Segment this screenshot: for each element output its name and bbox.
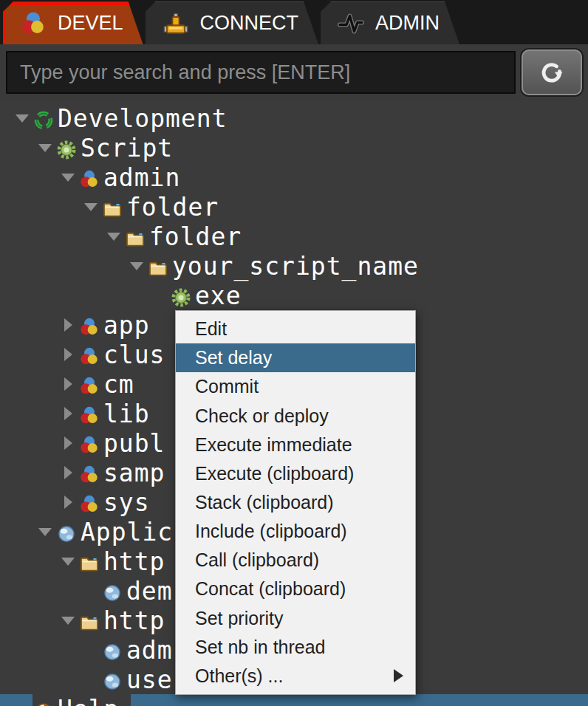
circles-icon <box>79 167 100 188</box>
globe-icon <box>102 669 123 690</box>
menu-item-other-s[interactable]: Other(s) ... <box>176 662 415 690</box>
circles-icon <box>20 10 47 37</box>
expand-collapse-triangle[interactable] <box>58 433 78 453</box>
expand-collapse-triangle[interactable] <box>81 196 101 217</box>
circles-icon <box>79 403 100 424</box>
globe-icon <box>102 640 123 660</box>
tree-row-development[interactable]: Development <box>0 103 588 133</box>
tree-row-label: cm <box>103 370 134 399</box>
tree-row-label-box: Script <box>55 134 173 162</box>
expand-collapse-triangle[interactable] <box>58 462 78 483</box>
tree-row-label: your_script_name <box>172 252 419 281</box>
tree-row-label-box: app <box>78 311 150 340</box>
tree-row-label: exe <box>195 281 242 310</box>
tree-row-folder[interactable]: folder <box>0 222 588 251</box>
expand-collapse-triangle[interactable] <box>58 610 78 631</box>
tree-row-label: dem <box>126 577 173 606</box>
refresh-button[interactable] <box>522 49 582 95</box>
search-bar <box>0 44 588 100</box>
expand-collapse-triangle[interactable] <box>58 167 78 188</box>
arrow-spacer <box>81 640 101 660</box>
expand-collapse-triangle[interactable] <box>35 137 55 158</box>
menu-item-label: Other(s) ... <box>195 665 283 687</box>
menu-item-commit[interactable]: Commit <box>176 372 415 401</box>
triangle-down-icon <box>16 114 29 123</box>
tree-row-label: app <box>103 311 150 340</box>
menu-item-label: Execute (clipboard) <box>195 463 354 484</box>
tree-row-label-box: clus <box>78 340 165 369</box>
menu-item-edit[interactable]: Edit <box>176 315 415 343</box>
tab-devel[interactable]: DEVEL <box>3 1 143 44</box>
tab-admin[interactable]: ADMIN <box>321 1 459 44</box>
triangle-down-icon <box>61 174 75 182</box>
circles-icon <box>79 433 100 453</box>
expand-collapse-triangle[interactable] <box>12 108 33 128</box>
triangle-down-icon <box>38 144 52 152</box>
tree-row-label-box: folder <box>124 222 242 251</box>
gear-icon <box>171 285 191 306</box>
menu-item-set-delay[interactable]: Set delay <box>176 343 415 372</box>
tree-row-label: use <box>126 665 173 694</box>
folder-icon <box>79 610 100 631</box>
tree-row-label: lib <box>103 400 150 428</box>
triangle-down-icon <box>107 233 120 241</box>
tree-row-label-box: Development <box>33 104 228 133</box>
circles-icon <box>79 315 100 335</box>
tree-row-label: Applic <box>81 518 173 546</box>
tree-row-label: Help <box>58 695 119 706</box>
tree-row-folder[interactable]: folder <box>0 192 588 222</box>
tree-row-label-box: use <box>101 665 173 694</box>
tab-connect[interactable]: CONNECT <box>146 1 319 44</box>
menu-item-label: Call (clipboard) <box>195 549 319 571</box>
expand-collapse-triangle[interactable] <box>35 521 55 542</box>
expand-collapse-triangle[interactable] <box>58 551 78 572</box>
menu-item-concat-clipboard[interactable]: Concat (clipboard) <box>176 575 415 603</box>
tab-admin-label: ADMIN <box>375 12 440 35</box>
recycle-icon <box>33 108 54 128</box>
menu-item-label: Set nb in thread <box>195 637 326 658</box>
menu-item-stack-clipboard[interactable]: Stack (clipboard) <box>176 488 415 517</box>
tab-devel-label: DEVEL <box>58 12 123 35</box>
menu-item-label: Concat (clipboard) <box>195 578 346 600</box>
globe-icon <box>56 521 77 542</box>
menu-item-include-clipboard[interactable]: Include (clipboard) <box>176 517 415 546</box>
tree-row-exe[interactable]: exe <box>0 281 588 310</box>
tree-row-admin[interactable]: admin <box>0 162 588 192</box>
globe-icon <box>102 580 123 601</box>
triangle-right-icon <box>64 466 72 479</box>
tree-row-help[interactable]: Help <box>0 694 588 706</box>
tree-row-label-box: admin <box>78 163 180 192</box>
menu-item-label: Check or deploy <box>195 405 329 427</box>
menu-item-label: Execute immediate <box>195 434 352 456</box>
arrow-spacer <box>12 699 33 706</box>
expand-collapse-triangle[interactable] <box>58 374 78 394</box>
triangle-right-icon <box>64 318 72 332</box>
menu-item-call-clipboard[interactable]: Call (clipboard) <box>176 546 415 575</box>
expand-collapse-triangle[interactable] <box>103 226 124 247</box>
menu-item-set-priority[interactable]: Set priority <box>176 604 415 633</box>
menu-item-label: Edit <box>195 318 227 340</box>
dev-panel: DEVEL CONNECT ADMIN DevelopmentScriptadm… <box>0 0 588 706</box>
expand-collapse-triangle[interactable] <box>126 256 147 276</box>
tree-row-label: http <box>103 606 165 635</box>
tree-row-label: Development <box>58 104 228 133</box>
tree-row-script[interactable]: Script <box>0 133 588 162</box>
tree-row-label: publ <box>103 429 165 458</box>
search-input[interactable] <box>6 51 516 94</box>
tab-bar: DEVEL CONNECT ADMIN <box>0 0 588 44</box>
context-menu: EditSet delayCommitCheck or deployExecut… <box>175 310 416 695</box>
tree-row-label-box: sys <box>78 488 150 517</box>
menu-item-set-nb-in-thread[interactable]: Set nb in thread <box>176 633 415 662</box>
tree-row-your_script_name[interactable]: your_script_name <box>0 251 588 281</box>
expand-collapse-triangle[interactable] <box>58 492 78 513</box>
expand-collapse-triangle[interactable] <box>58 403 78 424</box>
tree-row-label-box: http <box>78 547 165 576</box>
tree-row-label-box: your_script_name <box>147 252 419 281</box>
menu-item-execute-clipboard[interactable]: Execute (clipboard) <box>176 459 415 488</box>
arrow-spacer <box>81 669 101 690</box>
menu-item-execute-immediate[interactable]: Execute immediate <box>176 431 415 459</box>
menu-item-check-or-deploy[interactable]: Check or deploy <box>176 401 415 430</box>
expand-collapse-triangle[interactable] <box>58 344 78 365</box>
expand-collapse-triangle[interactable] <box>58 315 78 335</box>
tree-row-label-box: http <box>78 606 165 635</box>
